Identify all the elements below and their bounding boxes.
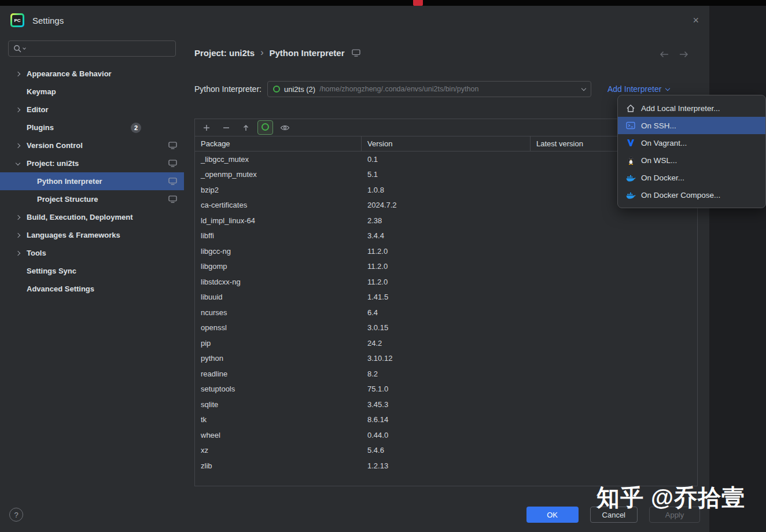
column-header-version[interactable]: Version bbox=[362, 136, 531, 151]
sidebar-item-tools[interactable]: Tools bbox=[0, 244, 184, 262]
sidebar-item-plugins[interactable]: Plugins2 bbox=[0, 119, 184, 136]
sidebar-item-appearance-behavior[interactable]: Appearance & Behavior bbox=[0, 65, 184, 83]
breadcrumb: Project: uni2ts › Python Interpreter bbox=[194, 47, 360, 58]
search-input[interactable] bbox=[27, 45, 171, 53]
show-early-releases-toggle[interactable] bbox=[277, 120, 293, 135]
settings-dialog: PC Settings × Appearance & BehaviorKeyma… bbox=[0, 6, 709, 532]
monitor-icon bbox=[168, 195, 177, 203]
package-row[interactable]: tk8.6.14 bbox=[195, 412, 697, 428]
monitor-icon bbox=[168, 160, 177, 167]
close-icon[interactable]: × bbox=[693, 15, 699, 25]
monitor-icon bbox=[352, 49, 360, 57]
menu-item-add-local-interpreter[interactable]: Add Local Interpreter... bbox=[618, 99, 765, 117]
help-button[interactable]: ? bbox=[9, 508, 23, 522]
chevron-right-icon bbox=[9, 252, 27, 255]
add-interpreter-button[interactable]: Add Interpreter bbox=[607, 84, 669, 94]
interpreter-label: Python Interpreter: bbox=[194, 84, 262, 94]
menu-item-label: On Docker... bbox=[641, 173, 684, 182]
sidebar-item-keymap[interactable]: Keymap bbox=[0, 83, 184, 101]
sidebar-item-version-control[interactable]: Version Control bbox=[0, 136, 184, 154]
terminal-icon bbox=[625, 121, 636, 130]
upgrade-package-button[interactable] bbox=[238, 120, 253, 135]
package-row[interactable]: wheel0.44.0 bbox=[195, 427, 697, 443]
menu-item-on-wsl[interactable]: On WSL... bbox=[618, 152, 765, 169]
package-row[interactable]: libuuid1.41.5 bbox=[195, 290, 697, 305]
chevron-right-icon bbox=[9, 144, 27, 147]
window-title: Settings bbox=[32, 16, 64, 25]
package-row[interactable]: libstdcxx-ng11.2.0 bbox=[195, 274, 697, 290]
docker-icon bbox=[625, 174, 636, 182]
sidebar-item-languages-frameworks[interactable]: Languages & Frameworks bbox=[0, 226, 184, 244]
sidebar-item-label: Plugins bbox=[27, 123, 54, 132]
package-name: setuptools bbox=[195, 385, 362, 393]
sidebar-item-label: Version Control bbox=[27, 141, 83, 150]
package-row[interactable]: sqlite3.45.3 bbox=[195, 397, 697, 412]
package-name: libgomp bbox=[195, 262, 362, 271]
plus-icon bbox=[202, 124, 211, 132]
use-conda-manager-toggle[interactable] bbox=[257, 120, 273, 135]
add-interpreter-menu: Add Local Interpreter...On SSH...On Vagr… bbox=[617, 95, 766, 208]
sidebar-item-project-uni2ts[interactable]: Project: uni2ts bbox=[0, 154, 184, 172]
interpreter-select[interactable]: uni2ts (2) /home/zhongzheng/.conda/envs/… bbox=[267, 81, 591, 97]
uninstall-package-button[interactable] bbox=[218, 120, 234, 135]
package-row[interactable]: xz5.4.6 bbox=[195, 443, 697, 459]
sidebar-item-python-interpreter[interactable]: Python Interpreter bbox=[0, 172, 184, 190]
sidebar-item-project-structure[interactable]: Project Structure bbox=[0, 190, 184, 208]
package-row[interactable]: openssl3.0.15 bbox=[195, 320, 697, 336]
package-name: libuuid bbox=[195, 293, 362, 301]
menu-item-on-vagrant[interactable]: On Vagrant... bbox=[618, 134, 765, 152]
forward-arrow-icon[interactable] bbox=[679, 51, 688, 58]
package-name: wheel bbox=[195, 431, 362, 439]
package-version: 3.0.15 bbox=[362, 323, 531, 332]
chevron-right-icon bbox=[9, 108, 27, 112]
menu-item-on-docker-compose[interactable]: On Docker Compose... bbox=[618, 186, 765, 204]
settings-tree: Appearance & BehaviorKeymapEditorPlugins… bbox=[0, 65, 184, 298]
package-name: sqlite bbox=[195, 400, 362, 409]
menu-item-label: On Vagrant... bbox=[641, 139, 687, 147]
package-version: 3.10.12 bbox=[362, 354, 531, 363]
sidebar-item-label: Project: uni2ts bbox=[27, 159, 79, 168]
search-icon bbox=[13, 45, 21, 53]
package-row[interactable]: libgcc-ng11.2.0 bbox=[195, 243, 697, 259]
package-row[interactable]: ld_impl_linux-642.38 bbox=[195, 213, 697, 228]
package-row[interactable]: libgomp11.2.0 bbox=[195, 259, 697, 275]
back-arrow-icon[interactable] bbox=[660, 51, 669, 58]
package-row[interactable]: ncurses6.4 bbox=[195, 305, 697, 320]
sidebar-item-advanced-settings[interactable]: Advanced Settings bbox=[0, 280, 184, 298]
sidebar-item-label: Appearance & Behavior bbox=[27, 69, 112, 78]
sidebar-item-build-execution-deployment[interactable]: Build, Execution, Deployment bbox=[0, 208, 184, 226]
package-name: libffi bbox=[195, 231, 362, 240]
package-row[interactable]: python3.10.12 bbox=[195, 351, 697, 367]
menu-item-label: Add Local Interpreter... bbox=[641, 104, 720, 113]
package-version: 0.44.0 bbox=[362, 431, 531, 439]
settings-search-box[interactable] bbox=[8, 40, 176, 57]
linux-icon bbox=[625, 156, 636, 165]
sidebar-item-settings-sync[interactable]: Settings Sync bbox=[0, 262, 184, 280]
package-row[interactable]: readline8.2 bbox=[195, 366, 697, 382]
sidebar-item-editor[interactable]: Editor bbox=[0, 101, 184, 119]
sidebar-item-label: Build, Execution, Deployment bbox=[27, 213, 132, 221]
package-row[interactable]: setuptools75.1.0 bbox=[195, 382, 697, 397]
screen: { "window": { "title": "Settings", "clos… bbox=[0, 0, 766, 532]
package-row[interactable]: zlib1.2.13 bbox=[195, 458, 697, 474]
monitor-icon bbox=[168, 142, 177, 149]
sidebar-item-label: Tools bbox=[27, 249, 46, 257]
monitor-icon bbox=[168, 178, 177, 185]
menu-item-on-ssh[interactable]: On SSH... bbox=[618, 117, 765, 134]
package-version: 3.45.3 bbox=[362, 400, 531, 409]
package-row[interactable]: pip24.2 bbox=[195, 335, 697, 351]
package-version: 75.1.0 bbox=[362, 385, 531, 393]
column-header-package[interactable]: Package bbox=[195, 136, 362, 151]
chevron-right-icon bbox=[9, 72, 27, 76]
vagrant-icon bbox=[625, 139, 636, 147]
breadcrumb-separator: › bbox=[260, 47, 263, 58]
package-version: 0.1 bbox=[362, 155, 531, 164]
breadcrumb-project[interactable]: Project: uni2ts bbox=[194, 48, 255, 58]
package-version: 3.4.4 bbox=[362, 231, 531, 240]
package-row[interactable]: libffi3.4.4 bbox=[195, 228, 697, 244]
package-version: 2024.7.2 bbox=[362, 201, 531, 209]
chevron-down-icon bbox=[9, 162, 27, 165]
install-package-button[interactable] bbox=[198, 120, 214, 135]
menu-item-on-docker[interactable]: On Docker... bbox=[618, 169, 765, 186]
ok-button[interactable]: OK bbox=[526, 507, 579, 523]
